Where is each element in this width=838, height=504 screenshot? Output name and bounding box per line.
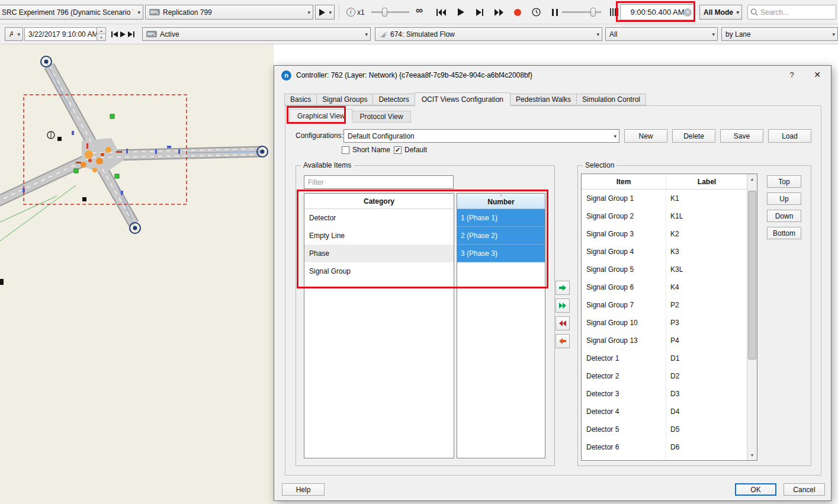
selection-row-signal-group-6[interactable]: Signal Group 6K4 [582, 278, 748, 296]
skip-to-end-button[interactable] [472, 5, 487, 20]
pause-icon [552, 9, 558, 16]
selection-row-signal-group-7[interactable]: Signal Group 7P2 [582, 296, 748, 314]
a-mode-dropdown[interactable]: A ▾ [5, 27, 23, 41]
selection-row-signal-group-3[interactable]: Signal Group 3K2 [582, 225, 748, 243]
selection-row-signal-group-1[interactable]: Signal Group 1K1 [582, 190, 748, 207]
clock-button[interactable] [528, 5, 544, 20]
selection-row-signal-group-13[interactable]: Signal Group 13P4 [582, 332, 748, 349]
up-button[interactable]: Up [767, 192, 801, 205]
datetime-spin-buttons[interactable]: ▲ ▼ [97, 28, 105, 40]
remove-selected-button[interactable] [556, 334, 570, 348]
datetime-value: 3/22/2017 9:10:00 AM [28, 30, 98, 38]
selection-row-signal-group-5[interactable]: Signal Group 5K3L [582, 261, 748, 278]
step-forward-button[interactable] [127, 30, 135, 39]
view-subtabs: Graphical ViewProtocol View [290, 108, 411, 123]
cancel-button[interactable]: Cancel [784, 483, 825, 496]
category-item-signal-group[interactable]: Signal Group [304, 262, 454, 280]
selection-row-detector-5[interactable]: Detector 5D5 [582, 420, 748, 438]
tab-detectors[interactable]: Detectors [373, 94, 415, 105]
scrollbar-down-button[interactable]: ▼ [747, 450, 757, 460]
interval-slider-handle[interactable] [590, 8, 596, 17]
tab-signal-groups[interactable]: Signal Groups [316, 94, 373, 105]
short-name-checkbox[interactable]: Short Name [342, 145, 390, 155]
speed-slider[interactable] [371, 8, 409, 17]
add-selected-button[interactable] [556, 281, 570, 295]
active-replication-value: Active [160, 30, 179, 38]
aggregation-combo[interactable]: by Lane ▾ [721, 27, 838, 41]
record-button[interactable] [510, 5, 525, 20]
configuration-combo[interactable]: Default Configuration ▾ [343, 129, 619, 143]
delete-button[interactable]: Delete [672, 129, 715, 143]
selection-row-signal-group-10[interactable]: Signal Group 10P3 [582, 314, 748, 332]
category-item-detector[interactable]: Detector [304, 209, 454, 227]
all-models-dropdown[interactable]: All Models ▾ [699, 5, 742, 20]
step-back-button[interactable] [110, 30, 118, 39]
ok-button[interactable]: OK [735, 483, 776, 496]
rewind-to-start-button[interactable] [434, 5, 449, 20]
load-button[interactable]: Load [768, 129, 811, 143]
dialog-help-button[interactable]: ? [787, 70, 797, 79]
number-item-1-phase-1-[interactable]: 1 (Phase 1) [457, 209, 545, 227]
add-all-button[interactable] [556, 298, 570, 313]
new-button[interactable]: New [624, 129, 667, 143]
search-box[interactable] [747, 5, 836, 20]
play-small-button[interactable] [118, 30, 127, 39]
selection-item-cell: Signal Group 2 [586, 212, 634, 220]
simulation-time-field[interactable]: 9:00:50.400 AM ✕ [620, 4, 695, 20]
remove-all-button[interactable] [556, 316, 570, 330]
arrow-left-icon [558, 337, 567, 345]
info-button[interactable]: i [343, 5, 358, 20]
speed-slider-handle[interactable] [382, 8, 387, 17]
selection-row-signal-group-2[interactable]: Signal Group 2K1L [582, 207, 748, 225]
scrollbar-up-button[interactable]: ▲ [747, 174, 757, 184]
run-simulation-button[interactable]: ▾ [315, 5, 335, 20]
play-button[interactable] [453, 5, 468, 20]
tab-pedestrian-walks[interactable]: Pedestrian Walks [510, 94, 577, 105]
pause-button[interactable] [547, 5, 563, 20]
number-item-2-phase-2-[interactable]: 2 (Phase 2) [457, 227, 545, 245]
bottom-button[interactable]: Bottom [767, 227, 801, 239]
help-button[interactable]: Help [282, 483, 325, 496]
down-button[interactable]: Down [767, 210, 801, 222]
number-item-3-phase-3-[interactable]: 3 (Phase 3) [457, 245, 545, 262]
number-list[interactable]: ^ Number 1 (Phase 1)2 (Phase 2)3 (Phase … [457, 193, 545, 458]
tab-basics[interactable]: Basics [284, 94, 317, 105]
tab-ocit-views-configuration[interactable]: OCIT Views Configuration [415, 92, 510, 106]
experiment-combo[interactable]: SRC Experiment 796 (Dynamic Scenario 795… [0, 5, 143, 20]
tab-simulation-control[interactable]: Simulation Control [576, 94, 646, 105]
selection-scrollbar[interactable]: ▲ ▼ [747, 174, 757, 460]
fast-forward-button[interactable] [491, 5, 506, 20]
spin-up-icon[interactable]: ▲ [97, 28, 105, 34]
replication-combo[interactable]: RPL Replication 799 ▾ [145, 5, 313, 20]
save-button[interactable]: Save [720, 129, 763, 143]
dialog-titlebar[interactable]: n Controller: 762 (Layer: Network) {c7ee… [274, 66, 831, 85]
play-icon [319, 9, 325, 16]
datetime-spinner[interactable]: 3/22/2017 9:10:00 AM ▲ ▼ [24, 27, 106, 41]
dialog-close-button[interactable]: ✕ [812, 70, 823, 79]
active-replication-combo[interactable]: RPL Active ▾ [142, 27, 371, 41]
category-item-empty-line[interactable]: Empty Line [304, 227, 454, 245]
selection-table[interactable]: Item Label Signal Group 1K1Signal Group … [581, 174, 757, 461]
scrollbar-thumb[interactable] [748, 191, 756, 359]
view-style-value: 674: Simulated Flow [390, 30, 455, 38]
filter-input[interactable] [304, 175, 454, 189]
subtab-protocol-view[interactable]: Protocol View [352, 111, 410, 123]
selection-row-detector-1[interactable]: Detector 1D1 [582, 349, 748, 367]
top-button[interactable]: Top [767, 175, 801, 188]
selection-row-detector-6[interactable]: Detector 6D6 [582, 438, 748, 456]
selection-row-detector-3[interactable]: Detector 3D3 [582, 385, 748, 403]
selection-row-detector-4[interactable]: Detector 4D4 [582, 403, 748, 420]
selection-row-detector-2[interactable]: Detector 2D2 [582, 367, 748, 385]
network-map-view[interactable] [0, 44, 274, 504]
view-style-combo[interactable]: 674: Simulated Flow ▾ [375, 27, 602, 41]
vehicle-filter-combo[interactable]: All ▾ [605, 27, 718, 41]
interval-slider[interactable] [562, 8, 601, 17]
default-checkbox[interactable]: ✓ Default [394, 145, 427, 155]
search-input[interactable] [760, 8, 833, 17]
category-item-phase[interactable]: Phase [304, 245, 454, 262]
selection-row-signal-group-4[interactable]: Signal Group 4K3 [582, 243, 748, 261]
clear-time-icon[interactable]: ✕ [683, 8, 692, 17]
subtab-graphical-view[interactable]: Graphical View [290, 109, 352, 123]
spin-down-icon[interactable]: ▼ [97, 34, 105, 40]
category-list[interactable]: Category DetectorEmpty LinePhaseSignal G… [304, 193, 454, 458]
